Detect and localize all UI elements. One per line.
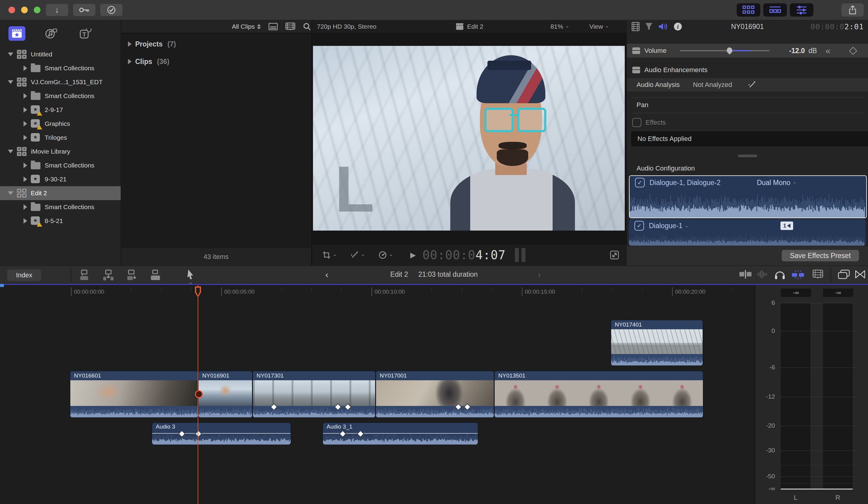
disclosure-triangle-icon[interactable] xyxy=(23,204,27,210)
disclosure-triangle-icon[interactable] xyxy=(128,59,132,64)
pane-resize-handle[interactable] xyxy=(738,155,757,157)
sidebar-item-vj-comgr-1-1531-edt[interactable]: ★★★★VJ.ComGr...1_1531_EDT xyxy=(0,75,121,89)
timeline-clip-ny016901[interactable]: NY016901 xyxy=(199,371,252,418)
disclosure-triangle-icon[interactable] xyxy=(23,135,27,140)
audio-skimming-icon[interactable] xyxy=(756,269,768,279)
disclosure-triangle-icon[interactable] xyxy=(23,107,27,113)
save-effects-preset-button[interactable]: Save Effects Preset xyxy=(782,250,859,261)
info-inspector-icon[interactable]: i xyxy=(673,22,682,31)
timeline-clip-ny017301[interactable]: NY017301 xyxy=(253,371,375,418)
disclosure-triangle-icon[interactable] xyxy=(23,176,27,182)
channel-mode-dropdown[interactable]: Dual Mono xyxy=(757,179,797,187)
component-checkbox[interactable]: ✓ xyxy=(635,178,645,187)
audio-clip-audio-3[interactable]: Audio 3 xyxy=(152,423,291,444)
section-toggle-icon[interactable] xyxy=(632,48,640,54)
timeline-panel[interactable]: 00:00:00:0000:00:05:0000:00:10:0000:00:1… xyxy=(0,284,868,504)
connect-edit-icon[interactable] xyxy=(79,269,91,281)
disclosure-triangle-icon[interactable] xyxy=(23,163,27,168)
audio-inspector-icon[interactable] xyxy=(658,22,668,31)
sidebar-item-triloges[interactable]: ★Triloges xyxy=(0,131,121,145)
disclosure-triangle-icon[interactable] xyxy=(128,41,132,47)
timeline-clip-ny017001[interactable]: NY017001 xyxy=(376,371,494,418)
component-checkbox[interactable]: ✓ xyxy=(634,221,644,230)
clip-appearance-icon[interactable] xyxy=(813,269,823,279)
disclosure-triangle-icon[interactable] xyxy=(23,218,27,224)
audio-component-row[interactable]: ✓ Dialogue-1, Dialogue-2 Dual Mono xyxy=(629,175,867,218)
disclosure-triangle-icon[interactable] xyxy=(8,191,13,195)
sidebar-item-8-5-21[interactable]: ★8-5-21 xyxy=(0,214,121,228)
disclosure-triangle-icon[interactable] xyxy=(8,80,13,84)
timeline-forward-nav[interactable]: › xyxy=(538,269,541,280)
filmstrip-view-icon[interactable] xyxy=(286,23,295,30)
import-media-button[interactable]: ↓ xyxy=(46,4,68,16)
timeline-clip-ny016601[interactable]: NY016601 xyxy=(70,371,198,418)
keyframe-diamond-icon[interactable] xyxy=(849,47,857,55)
disclosure-triangle-icon[interactable] xyxy=(8,150,13,153)
share-button[interactable] xyxy=(841,3,864,17)
sidebar-item-smart-collections[interactable]: Smart Collections xyxy=(0,158,121,172)
crop-tool-dropdown[interactable] xyxy=(322,251,337,259)
volume-line[interactable] xyxy=(152,433,291,434)
show-timeline-button[interactable] xyxy=(763,3,787,17)
sidebar-item-imovie-library[interactable]: ★★★★iMovie Library xyxy=(0,145,121,158)
audio-component-row[interactable]: ✓ Dialogue-1 1 xyxy=(629,219,866,246)
tab-photos-audio[interactable] xyxy=(43,26,60,41)
disclosure-triangle-icon[interactable] xyxy=(23,93,27,99)
insert-edit-icon[interactable] xyxy=(103,269,115,281)
tab-titles-generators[interactable]: T xyxy=(77,26,94,41)
show-browser-button[interactable] xyxy=(737,3,760,17)
secondary-displays-icon[interactable] xyxy=(838,269,850,279)
audio-clip-audio-3_1[interactable]: Audio 3_1 xyxy=(323,423,478,444)
fullscreen-icon[interactable] xyxy=(610,250,619,259)
retime-dropdown[interactable] xyxy=(379,251,393,259)
sidebar-item-smart-collections[interactable]: Smart Collections xyxy=(0,89,121,103)
sidebar-item-untitled[interactable]: ★★★★Untitled xyxy=(0,48,121,61)
search-icon[interactable] xyxy=(303,23,311,30)
reset-icon[interactable]: « xyxy=(825,45,830,56)
viewer-zoom-dropdown[interactable]: 81% xyxy=(550,23,569,30)
video-inspector-icon[interactable] xyxy=(632,22,640,31)
volume-value[interactable]: -12.0 xyxy=(789,47,805,55)
effects-checkbox[interactable] xyxy=(632,118,641,127)
clip-marker[interactable] xyxy=(0,284,4,287)
mini-audio-meters[interactable] xyxy=(515,248,525,262)
browser-section-clips[interactable]: Clips (36) xyxy=(121,53,311,70)
solo-headphones-icon[interactable] xyxy=(774,269,785,280)
show-inspector-button[interactable] xyxy=(790,3,813,17)
close-window-button[interactable] xyxy=(9,7,15,13)
disclosure-triangle-icon[interactable] xyxy=(23,65,27,71)
playhead-knob[interactable] xyxy=(195,390,203,398)
disclosure-triangle-icon[interactable] xyxy=(23,121,27,126)
disclosure-triangle-icon[interactable] xyxy=(8,52,13,56)
zoom-window-button[interactable] xyxy=(34,7,40,13)
trim-tool-icon[interactable] xyxy=(739,269,752,279)
minimize-window-button[interactable] xyxy=(21,7,28,13)
play-button[interactable]: ▶ xyxy=(410,251,416,259)
volume-slider-thumb[interactable] xyxy=(727,48,732,55)
bowtie-transition-icon[interactable] xyxy=(855,269,866,279)
append-edit-icon[interactable] xyxy=(126,269,138,281)
tab-library-clapper[interactable] xyxy=(9,26,25,41)
clip-filter-dropdown[interactable]: All Clips xyxy=(232,23,261,30)
section-toggle-icon[interactable] xyxy=(632,67,640,73)
color-inspector-icon[interactable] xyxy=(645,22,653,31)
list-view-icon[interactable] xyxy=(269,23,278,30)
component-label-dropdown[interactable]: Dialogue-1 xyxy=(649,222,689,230)
sidebar-item-2-9-17[interactable]: ★2-9-17 xyxy=(0,103,121,117)
sidebar-item-edit-2[interactable]: ★★★★Edit 2 xyxy=(0,186,121,200)
magic-wand-icon[interactable] xyxy=(748,81,756,89)
index-button[interactable]: Index xyxy=(7,269,41,281)
sidebar-item-smart-collections[interactable]: Smart Collections xyxy=(0,61,121,75)
sidebar-item-9-30-21[interactable]: ★9-30-21 xyxy=(0,172,121,186)
timeline-clip-ny013501[interactable]: NY013501 xyxy=(495,371,703,418)
sidebar-item-graphics[interactable]: ★Graphics xyxy=(0,117,121,131)
enhancements-dropdown[interactable] xyxy=(350,251,365,259)
sidebar-item-smart-collections[interactable]: Smart Collections xyxy=(0,200,121,214)
timeline-back-nav[interactable]: ‹ xyxy=(326,269,328,280)
browser-section-projects[interactable]: Projects (7) xyxy=(121,35,311,53)
connected-clip-ny017401[interactable]: NY017401 xyxy=(611,320,703,366)
viewer-view-dropdown[interactable]: View xyxy=(589,23,609,30)
volume-slider[interactable] xyxy=(680,50,769,51)
keywords-button[interactable] xyxy=(73,4,95,16)
background-tasks-button[interactable] xyxy=(100,4,123,16)
